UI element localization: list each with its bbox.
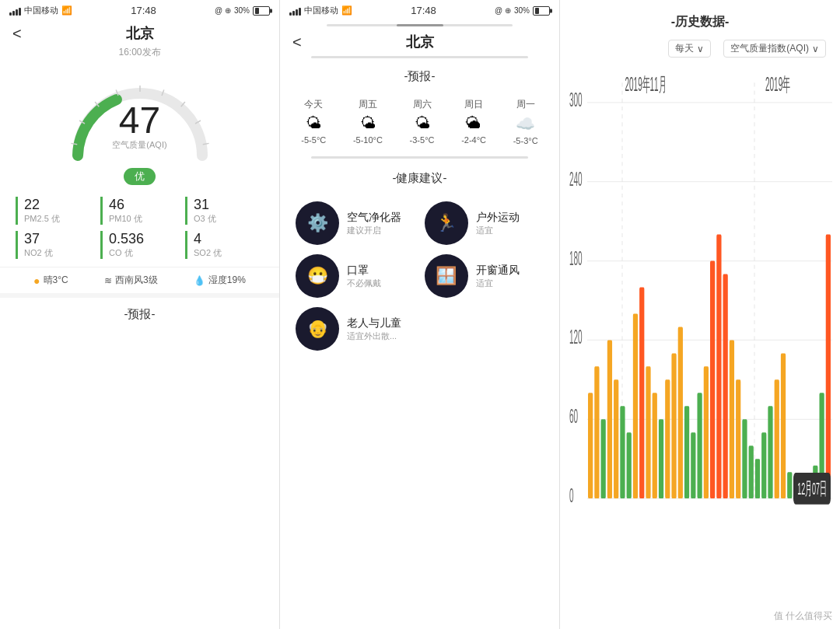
mask-icon-wrap: 😷: [296, 254, 339, 298]
svg-rect-49: [742, 419, 747, 498]
svg-rect-27: [601, 419, 606, 498]
weather-row: ● 晴3°C ≋ 西南风3级 💧 湿度19%: [0, 267, 279, 293]
gauge-container: 47 空气质量(AQI): [62, 70, 218, 163]
svg-rect-36: [659, 419, 663, 498]
svg-rect-33: [639, 288, 644, 499]
mask-title: 口罩: [347, 264, 415, 278]
elderly-title: 老人与儿童: [347, 316, 415, 330]
svg-text:60: 60: [569, 405, 578, 428]
svg-text:2019年11月: 2019年11月: [625, 72, 667, 95]
outdoor-text: 户外运动 适宜: [476, 211, 544, 236]
nav-bar-left: < 北京: [0, 21, 279, 46]
wind-icon: ≋: [104, 275, 112, 286]
battery-icon-mid: [533, 6, 550, 16]
status-bar-mid: 中国移动 📶 17:48 @ ⊕ 30%: [280, 0, 559, 21]
signal-icon: [9, 6, 21, 16]
elderly-text: 老人与儿童 适宜外出散...: [347, 316, 415, 342]
sun-icon: ●: [33, 274, 40, 287]
elderly-icon: 👴: [307, 319, 328, 339]
forecast-temp-1: -5-10°C: [353, 135, 383, 145]
forecast-day-3: 周日 🌥 -2-4°C: [461, 98, 486, 145]
svg-rect-45: [716, 235, 721, 499]
window-text: 开窗通风 适宜: [476, 264, 544, 289]
svg-rect-26: [594, 366, 599, 498]
svg-rect-39: [678, 327, 683, 498]
forecast-temp-2: -3-5°C: [410, 135, 435, 145]
window-desc: 适宜: [476, 278, 544, 289]
window-icon-wrap: 🪟: [425, 254, 468, 298]
weather-text: 晴3°C: [44, 274, 68, 287]
pollutant-o3: 31 O3 优: [185, 197, 264, 225]
svg-rect-46: [723, 274, 728, 499]
status-right-mid: @ ⊕ 30%: [495, 6, 550, 16]
camera-icon: @ ⊕: [215, 6, 231, 15]
health-title: -健康建议-: [280, 162, 559, 192]
svg-rect-42: [697, 393, 702, 498]
health-item-purifier: ⚙️ 空气净化器 建议开启: [296, 201, 415, 245]
no2-label: NO2 优: [24, 247, 94, 259]
health-item-elderly: 👴 老人与儿童 适宜外出散...: [296, 307, 415, 351]
forecast-icon-2: 🌤: [415, 114, 430, 132]
status-left: 中国移动 📶: [9, 5, 72, 16]
svg-rect-32: [633, 313, 638, 498]
svg-rect-44: [710, 261, 715, 499]
metric-selector[interactable]: 空气质量指数(AQI) ∨: [723, 40, 826, 58]
battery-label-mid: 30%: [514, 6, 530, 15]
outdoor-icon: 🏃: [436, 213, 457, 233]
period-selector[interactable]: 每天 ∨: [668, 40, 711, 58]
battery-label: 30%: [234, 6, 250, 15]
pm25-value: 22: [24, 197, 94, 213]
city-title-left: 北京: [126, 24, 154, 43]
mask-icon: 😷: [307, 266, 328, 286]
forecast-title-left: -预报-: [0, 298, 279, 328]
back-button-left[interactable]: <: [12, 25, 22, 43]
svg-rect-48: [736, 379, 740, 498]
forecast-temp-4: -5-3°C: [513, 136, 538, 145]
svg-rect-29: [614, 379, 618, 498]
svg-text:2019年: 2019年: [765, 72, 790, 95]
pm25-label: PM2.5 优: [24, 213, 94, 225]
forecast-day-4: 周一 ☁️ -5-3°C: [513, 98, 538, 145]
forecast-title-mid: -预报-: [280, 60, 559, 90]
svg-rect-52: [761, 432, 766, 498]
forecast-temp-3: -2-4°C: [461, 135, 486, 145]
weather-condition: ● 晴3°C: [33, 274, 68, 287]
time-label-mid: 17:48: [411, 5, 436, 16]
gauge-center: 47 空气质量(AQI): [112, 102, 166, 151]
forecast-day-2: 周六 🌤 -3-5°C: [410, 98, 435, 145]
svg-rect-62: [826, 235, 831, 499]
pollutant-pm25: 22 PM2.5 优: [16, 197, 94, 225]
purifier-icon-wrap: ⚙️: [296, 201, 339, 245]
forecast-day-1: 周五 🌤 -5-10°C: [353, 98, 383, 145]
pollutant-no2: 37 NO2 优: [16, 231, 94, 259]
forecast-icon-4: ☁️: [516, 114, 535, 133]
status-right: @ ⊕ 30%: [215, 6, 270, 16]
outdoor-desc: 适宜: [476, 225, 544, 236]
health-item-window: 🪟 开窗通风 适宜: [425, 254, 544, 298]
signal-icon-mid: [289, 6, 301, 16]
elderly-icon-wrap: 👴: [296, 307, 339, 351]
forecast-icon-1: 🌤: [360, 114, 376, 132]
window-icon: 🪟: [436, 266, 457, 286]
panel-middle: 中国移动 📶 17:48 @ ⊕ 30% < 北京 -预报- 今天 🌤 -5-5…: [280, 0, 560, 629]
forecast-temp-0: -5-5°C: [301, 135, 326, 145]
scroll-bar-mid2: [311, 156, 528, 159]
scroll-thumb: [397, 24, 443, 26]
health-item-outdoor: 🏃 户外运动 适宜: [425, 201, 544, 245]
svg-rect-51: [755, 459, 760, 498]
forecast-day-label-1: 周五: [359, 98, 377, 111]
humidity-icon: 💧: [194, 275, 205, 286]
mask-desc: 不必佩戴: [347, 278, 415, 289]
chart-area: 300 240 180 120 60 0 2019年11月 2019年 12月0…: [568, 67, 832, 621]
scroll-bar-mid: [311, 56, 528, 58]
back-button-mid[interactable]: <: [292, 33, 302, 51]
forecast-day-0: 今天 🌤 -5-5°C: [301, 98, 326, 145]
elderly-desc: 适宜外出散...: [347, 330, 415, 342]
publish-time: 16:00发布: [0, 46, 279, 62]
forecast-icon-3: 🌥: [466, 114, 481, 132]
scroll-indicator: [327, 24, 513, 26]
chart-svg: 300 240 180 120 60 0 2019年11月 2019年 12月0…: [568, 67, 832, 621]
outdoor-title: 户外运动: [476, 211, 544, 225]
aqi-label: 空气质量(AQI): [112, 139, 166, 151]
watermark: 值 什么值得买: [774, 610, 832, 623]
